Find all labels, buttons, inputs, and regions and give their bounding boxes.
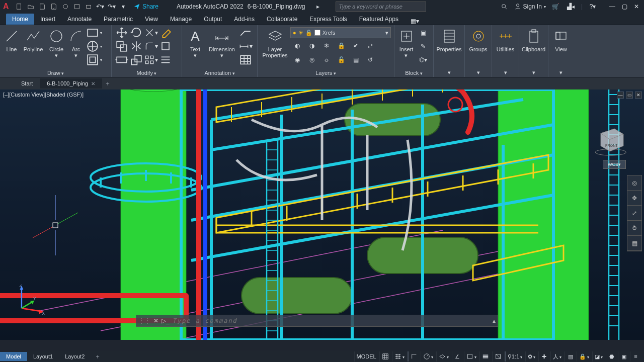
- share-button[interactable]: Share: [130, 3, 162, 10]
- tab-view[interactable]: View: [139, 14, 164, 25]
- tab-parametric[interactable]: Parametric: [98, 14, 139, 25]
- vp-restore-icon[interactable]: ▭: [626, 92, 633, 99]
- rotate-icon[interactable]: [129, 26, 143, 39]
- panel-draw-label[interactable]: Draw: [47, 70, 64, 76]
- wcs-badge[interactable]: WCS ▾: [603, 160, 626, 169]
- properties-button[interactable]: Properties: [436, 26, 461, 68]
- qat-dropdown-icon[interactable]: ▾: [118, 2, 128, 12]
- lockui-icon[interactable]: 🔒: [577, 351, 591, 361]
- stretch-icon[interactable]: [115, 53, 129, 66]
- cmd-input[interactable]: [173, 317, 490, 324]
- circle-button[interactable]: Circle▾: [46, 26, 66, 68]
- app-store-icon[interactable]: 🛒: [551, 2, 561, 12]
- viewport[interactable]: [–][Custom View][Shaded (GSF)] — ▭ ✕ FRO…: [0, 89, 644, 340]
- annoscale-icon[interactable]: ⚲ 1:1: [505, 351, 524, 361]
- panel-clipboard-label[interactable]: ▾: [532, 69, 535, 75]
- lwt-icon[interactable]: [479, 351, 491, 361]
- save-icon[interactable]: [37, 2, 47, 12]
- layon-icon[interactable]: ◉: [290, 53, 304, 66]
- rectangle-icon[interactable]: [86, 26, 100, 39]
- saveweb-icon[interactable]: [72, 2, 82, 12]
- layiso-icon[interactable]: ◑: [305, 39, 319, 52]
- table-icon[interactable]: [238, 53, 253, 66]
- line-button[interactable]: Line: [3, 26, 20, 68]
- laymatch-icon[interactable]: ⇄: [363, 39, 377, 52]
- minimize-icon[interactable]: —: [608, 2, 617, 11]
- isodraft-icon[interactable]: [436, 351, 451, 361]
- offset-icon[interactable]: [158, 53, 173, 66]
- maximize-icon[interactable]: ▢: [620, 2, 629, 11]
- leader-icon[interactable]: [238, 26, 253, 39]
- search-button-icon[interactable]: [499, 2, 509, 12]
- tab-collaborate[interactable]: Collaborate: [261, 14, 303, 25]
- command-line[interactable]: ⋮⋮ ✕ ▷_ ▴: [136, 315, 498, 327]
- layout-add-icon[interactable]: ＋: [91, 352, 105, 361]
- create-block-icon[interactable]: ▣: [416, 26, 430, 39]
- doctab-start[interactable]: Start: [14, 78, 40, 88]
- polyline-button[interactable]: Polyline: [21, 26, 45, 68]
- steering-wheel-icon[interactable]: ◎: [627, 175, 641, 191]
- vp-close-icon[interactable]: ✕: [635, 92, 642, 99]
- erase-icon[interactable]: [158, 26, 173, 39]
- tab-express-tools[interactable]: Express Tools: [303, 14, 353, 25]
- layfrz-icon[interactable]: ❄: [319, 39, 334, 52]
- copy-icon[interactable]: [115, 40, 129, 53]
- workspace-icon[interactable]: ✿: [525, 351, 537, 361]
- panel-groups-label[interactable]: ▾: [477, 69, 480, 75]
- infocenter-caret-icon[interactable]: ▸: [316, 3, 319, 10]
- fillet-icon[interactable]: ▾: [144, 40, 158, 53]
- clipboard-button[interactable]: Clipboard: [522, 26, 545, 68]
- zoom-extents-icon[interactable]: ⤢: [627, 206, 641, 221]
- scale-icon[interactable]: [129, 53, 143, 66]
- layer-properties-button[interactable]: Layer Properties: [261, 26, 289, 68]
- layoff-icon[interactable]: ◐: [290, 39, 304, 52]
- open-icon[interactable]: [26, 2, 36, 12]
- snap-icon[interactable]: [392, 351, 407, 361]
- layout-layout2[interactable]: Layout2: [59, 352, 91, 361]
- utilities-button[interactable]: Utilities: [495, 26, 516, 68]
- panel-utilities-label[interactable]: ▾: [504, 69, 507, 75]
- doctab-active[interactable]: 6-B-1000_Piping✕: [40, 78, 102, 88]
- vp-view[interactable]: [Custom View]: [9, 92, 45, 98]
- quickprops-icon[interactable]: ▤: [565, 351, 576, 361]
- doctab-close-icon[interactable]: ✕: [91, 81, 95, 86]
- insert-block-button[interactable]: Insert▾: [397, 26, 415, 68]
- saveas-icon[interactable]: [49, 2, 59, 12]
- openweb-icon[interactable]: [60, 2, 70, 12]
- cmd-close-icon[interactable]: ✕: [153, 317, 158, 324]
- transparency-icon[interactable]: [492, 351, 504, 361]
- units-icon[interactable]: 人: [550, 351, 564, 361]
- arc-button[interactable]: Arc▾: [67, 26, 85, 68]
- showmotion-icon[interactable]: ▦: [627, 236, 641, 251]
- grid-icon[interactable]: [379, 351, 391, 361]
- panel-view-label[interactable]: ▾: [559, 69, 562, 75]
- panel-block-label[interactable]: Block: [405, 70, 422, 76]
- tab-annotate[interactable]: Annotate: [61, 14, 98, 25]
- status-model[interactable]: MODEL: [354, 351, 378, 361]
- hatch-icon[interactable]: [86, 40, 100, 53]
- dimlinear-icon[interactable]: ▾: [238, 40, 253, 53]
- polar-icon[interactable]: [421, 351, 435, 361]
- undo-icon[interactable]: ↶▾: [95, 2, 105, 12]
- osnap-icon[interactable]: [464, 351, 478, 361]
- panel-layers-label[interactable]: Layers: [315, 70, 336, 76]
- signin-button[interactable]: Sign In ▾: [514, 3, 546, 10]
- otrack-icon[interactable]: ∠: [452, 351, 463, 361]
- text-button[interactable]: AText▾: [185, 26, 205, 68]
- customize-icon[interactable]: ≡: [630, 351, 641, 361]
- tab-featured-apps[interactable]: Featured Apps: [353, 14, 405, 25]
- vp-minimize-icon[interactable]: —: [617, 92, 624, 99]
- laycur-icon[interactable]: ▤: [349, 53, 363, 66]
- vp-visualstyle[interactable]: [Shaded (GSF)]: [45, 92, 84, 98]
- new-icon[interactable]: [14, 2, 24, 12]
- trim-icon[interactable]: ▾: [144, 26, 158, 39]
- view-button[interactable]: View: [551, 26, 571, 68]
- layout-model[interactable]: Model: [0, 352, 27, 361]
- tab-insert[interactable]: Insert: [34, 14, 61, 25]
- layout-layout1[interactable]: Layout1: [27, 352, 59, 361]
- panel-annotation-label[interactable]: Annotation: [204, 70, 234, 76]
- annomonitor-icon[interactable]: ✚: [538, 351, 549, 361]
- tab-home[interactable]: Home: [6, 14, 34, 25]
- laylck-icon[interactable]: 🔒: [334, 39, 348, 52]
- close-icon[interactable]: ✕: [632, 2, 641, 11]
